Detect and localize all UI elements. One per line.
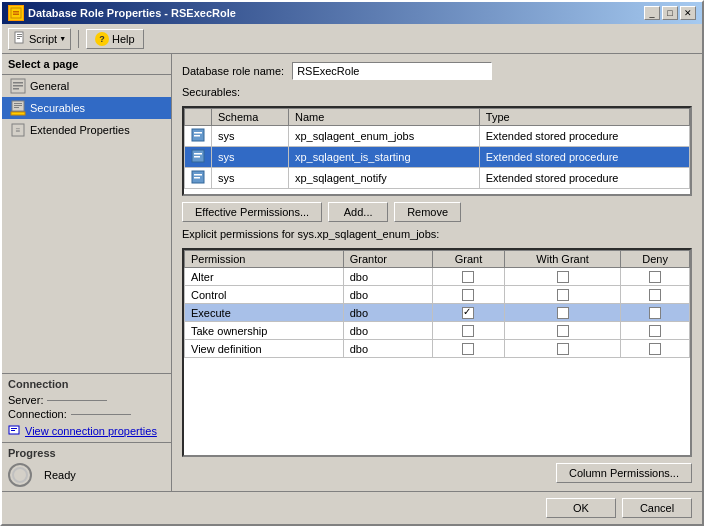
perm-grant-cell xyxy=(433,304,505,322)
perm-col-with-grant: With Grant xyxy=(504,251,620,268)
general-icon xyxy=(10,78,26,94)
right-panel: Database role name: Securables: Schema N… xyxy=(172,54,702,491)
securables-icon xyxy=(10,100,26,116)
connection-section-label: Connection xyxy=(8,378,165,390)
sidebar-item-extended-props-label: Extended Properties xyxy=(30,124,130,136)
table-row[interactable]: View definition dbo xyxy=(185,340,690,358)
row-schema: sys xyxy=(212,168,289,189)
svg-rect-6 xyxy=(17,38,20,39)
table-row[interactable]: Control dbo xyxy=(185,286,690,304)
checkbox[interactable] xyxy=(557,343,569,355)
perm-col-permission: Permission xyxy=(185,251,344,268)
securables-table: Schema Name Type sys xp_sqlagent_enum_jo… xyxy=(184,108,690,189)
checkbox[interactable] xyxy=(557,325,569,337)
checkbox[interactable] xyxy=(649,289,661,301)
cancel-button[interactable]: Cancel xyxy=(622,498,692,518)
perm-grantor: dbo xyxy=(343,304,432,322)
svg-rect-3 xyxy=(15,32,23,43)
help-button[interactable]: ? Help xyxy=(86,29,144,49)
checkbox[interactable] xyxy=(462,325,474,337)
col-icon xyxy=(185,109,212,126)
table-row[interactable]: sys xp_sqlagent_enum_jobs Extended store… xyxy=(185,126,690,147)
checkbox[interactable] xyxy=(557,271,569,283)
progress-label: Progress xyxy=(8,447,165,459)
perm-grantor: dbo xyxy=(343,322,432,340)
svg-rect-0 xyxy=(11,8,21,18)
column-permissions-button[interactable]: Column Permissions... xyxy=(556,463,692,483)
svg-rect-13 xyxy=(14,105,22,106)
svg-point-21 xyxy=(13,468,27,482)
checkbox[interactable] xyxy=(649,325,661,337)
perm-permission: Control xyxy=(185,286,344,304)
sidebar-header: Select a page xyxy=(2,54,171,75)
perm-col-deny: Deny xyxy=(621,251,690,268)
checkbox[interactable] xyxy=(649,307,661,319)
sidebar-item-general[interactable]: General xyxy=(2,75,171,97)
sidebar: Select a page General xyxy=(2,54,172,491)
close-button[interactable]: ✕ xyxy=(680,6,696,20)
maximize-button[interactable]: □ xyxy=(662,6,678,20)
checkbox[interactable] xyxy=(462,307,474,319)
sidebar-item-securables-label: Securables xyxy=(30,102,85,114)
sidebar-spacer xyxy=(2,141,171,373)
svg-rect-2 xyxy=(13,14,19,16)
sidebar-item-extended-properties[interactable]: ≡ Extended Properties xyxy=(2,119,171,141)
table-row[interactable]: sys xp_sqlagent_notify Extended stored p… xyxy=(185,168,690,189)
view-connection-link[interactable]: View connection properties xyxy=(8,424,165,438)
progress-section: Progress Ready xyxy=(2,442,171,491)
script-button[interactable]: Script ▼ xyxy=(8,28,71,50)
checkbox[interactable] xyxy=(462,289,474,301)
perm-with-grant-cell xyxy=(504,304,620,322)
svg-rect-30 xyxy=(194,177,200,179)
col-name: Name xyxy=(288,109,479,126)
svg-rect-4 xyxy=(17,34,22,35)
svg-rect-15 xyxy=(11,112,25,115)
checkbox[interactable] xyxy=(462,271,474,283)
perm-with-grant-cell xyxy=(504,286,620,304)
server-label: Server: xyxy=(8,394,43,406)
perm-permission: View definition xyxy=(185,340,344,358)
perm-with-grant-cell xyxy=(504,340,620,358)
progress-status: Ready xyxy=(44,469,76,481)
table-row[interactable]: sys xp_sqlagent_is_starting Extended sto… xyxy=(185,147,690,168)
row-schema: sys xyxy=(212,126,289,147)
main-content: Select a page General xyxy=(2,54,702,491)
role-name-input[interactable] xyxy=(292,62,492,80)
perm-deny-cell xyxy=(621,340,690,358)
connection-field: Connection: xyxy=(8,408,165,420)
checkbox[interactable] xyxy=(557,307,569,319)
row-type: Extended stored procedure xyxy=(479,147,689,168)
table-row[interactable]: Execute dbo xyxy=(185,304,690,322)
effective-permissions-button[interactable]: Effective Permissions... xyxy=(182,202,322,222)
permissions-label: Explicit permissions for sys.xp_sqlagent… xyxy=(182,228,692,240)
title-text: Database Role Properties - RSExecRole xyxy=(28,7,236,19)
help-label: Help xyxy=(112,33,135,45)
toolbar: Script ▼ ? Help xyxy=(2,24,702,54)
checkbox[interactable] xyxy=(462,343,474,355)
table-row[interactable]: Take ownership dbo xyxy=(185,322,690,340)
col-type: Type xyxy=(479,109,689,126)
securables-button-row: Effective Permissions... Add... Remove xyxy=(182,202,692,222)
progress-row: Ready xyxy=(8,463,165,487)
script-label: Script xyxy=(29,33,57,45)
perm-col-grant: Grant xyxy=(433,251,505,268)
col-schema: Schema xyxy=(212,109,289,126)
sidebar-item-securables[interactable]: Securables xyxy=(2,97,171,119)
checkbox[interactable] xyxy=(649,343,661,355)
row-type: Extended stored procedure xyxy=(479,168,689,189)
sidebar-item-general-label: General xyxy=(30,80,69,92)
securables-section-label: Securables: xyxy=(182,86,692,98)
remove-button[interactable]: Remove xyxy=(394,202,461,222)
checkbox[interactable] xyxy=(557,289,569,301)
ok-button[interactable]: OK xyxy=(546,498,616,518)
minimize-button[interactable]: _ xyxy=(644,6,660,20)
perm-deny-cell xyxy=(621,286,690,304)
row-name: xp_sqlagent_is_starting xyxy=(288,147,479,168)
table-row[interactable]: Alter dbo xyxy=(185,268,690,286)
checkbox[interactable] xyxy=(649,271,661,283)
svg-rect-23 xyxy=(194,132,202,134)
server-value-line xyxy=(47,400,107,401)
svg-rect-27 xyxy=(194,156,200,158)
connection-section: Connection Server: Connection: xyxy=(2,373,171,442)
add-button[interactable]: Add... xyxy=(328,202,388,222)
